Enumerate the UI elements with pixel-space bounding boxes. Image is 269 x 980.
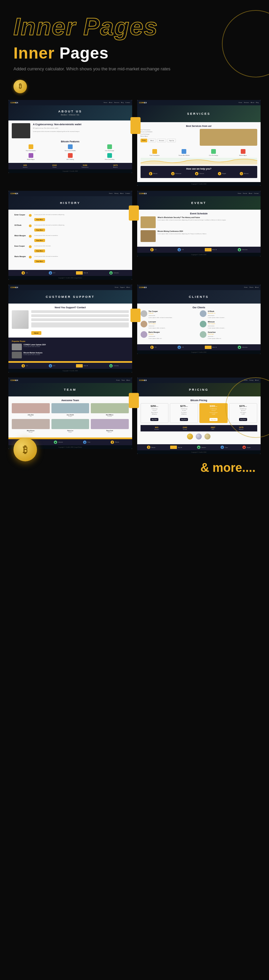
services-btn-3[interactable]: Services <box>157 138 166 142</box>
services-icons-row: Fast Transaction Secure And Wallet Coin … <box>141 149 258 156</box>
event-footer-icons: ₿ 1.5 ◎ 2.3 Best ★ ◆ Litecoins <box>137 247 261 253</box>
about-feature-4: Market Apps <box>12 153 50 160</box>
event-copyright: Copyright © CoinEx 2020 <box>137 253 261 256</box>
about-feature-icon-1 <box>28 145 33 149</box>
team-member-4: Alice Brown Manager <box>12 419 50 433</box>
support-input-4[interactable] <box>31 322 129 328</box>
services-buttons: Home About Services Sign Up <box>141 138 198 142</box>
support-form: Submit <box>31 310 129 335</box>
about-feature-5: 24/7 Trading <box>51 153 89 160</box>
about-brand: COINEX <box>10 102 18 103</box>
support-input-3[interactable] <box>31 318 129 321</box>
services-icon-2: Secure And Wallet <box>170 149 198 156</box>
yellow-accent-team-right <box>129 393 139 408</box>
support-mockup: COINEX Home Support About CUSTOMER SUPPO… <box>8 285 132 372</box>
support-brand: COINEX <box>10 286 18 288</box>
timeline-item-2: UX Book Lorem ipsum dolor sit amet conse… <box>14 224 126 232</box>
team-member-3: Bob Wilson Developer <box>91 403 129 417</box>
event-mockup: COINEX Home Events About Contact EVENT <box>137 191 261 256</box>
services-btn-2[interactable]: About <box>148 138 156 142</box>
more-text: & more.... <box>0 454 269 488</box>
history-card-wrapper: COINEX Home History About Contact HISTOR… <box>8 191 132 280</box>
clients-brand: COINEX <box>139 286 147 288</box>
coin-3 <box>204 433 210 439</box>
services-icon-1: Fast Transaction <box>141 149 169 156</box>
about-stats: 605Investor 2192Clients 3189Transaction … <box>8 163 132 169</box>
about-hero-title: ABOUT US Home / About Us <box>58 110 82 116</box>
price-btn-3[interactable]: Buy Now <box>209 418 218 421</box>
about-features-grid: Fast Transaction Secure and Stable Coin … <box>12 145 129 151</box>
support-btn[interactable]: Submit <box>31 331 41 335</box>
client-1: The Couper UI Book ★★★★★Lorem ipsum dolo… <box>141 310 198 319</box>
team-hero-title: TEAM <box>64 388 77 391</box>
coin-icon-top: ₿ <box>13 80 27 93</box>
services-help-icon-1: ₿ Bitcoin <box>149 172 157 175</box>
support-input-1[interactable] <box>31 310 129 313</box>
clients-nav: Home Clients About <box>244 286 259 288</box>
coin-2 <box>196 433 202 439</box>
top-coin-icon: ₿ <box>0 78 269 97</box>
price-card-3: $300/mo 25 GB Storage50 UsersPremium Sup… <box>199 403 228 423</box>
services-help-icon-2: ◎ Ethereum <box>171 172 181 175</box>
clients-content: Our Clients The Couper UI Book ★★★★★Lore… <box>137 304 261 344</box>
blog-content-1: COINEX Latest Update 2024 Lorem ipsum do… <box>24 344 46 350</box>
support-input-2[interactable] <box>31 314 129 317</box>
row-3: COINEX Home Support About CUSTOMER SUPPO… <box>0 285 269 372</box>
row-1: COINEX Home About Services Blog Contact … <box>0 100 269 186</box>
event-topbar: COINEX Home Events About Contact <box>137 191 261 196</box>
yellow-accent-clients-left <box>130 309 141 322</box>
price-btn-2[interactable]: Buy Now <box>180 418 188 421</box>
event-content: Event Schedule What Is Blockchain Securi… <box>137 210 261 247</box>
about-features-grid-2: Market Apps 24/7 Trading Free Consulting <box>12 153 129 160</box>
about-text-1: A Cryptocurrency: Non-deterministic wall… <box>33 127 81 129</box>
clients-grid: The Couper UI Book ★★★★★Lorem ipsum dolo… <box>141 310 258 340</box>
support-content: Need You Support? Contact Submit <box>8 304 132 337</box>
services-content: Best Services from us! Fast TransactionS… <box>137 122 261 182</box>
event-content-1: What Is Blockchain Security? The History… <box>158 216 258 221</box>
about-feature-2: Secure and Stable <box>51 145 89 151</box>
about-feature-icon-3 <box>107 145 112 149</box>
support-img <box>12 310 28 329</box>
event-section-h: Event Schedule <box>141 212 258 215</box>
event-nav: Home Events About Contact <box>238 192 259 194</box>
history-timeline: Enter Couper Lorem ipsum dolor sit amet … <box>12 212 129 267</box>
about-nav: Home About Services Blog Contact <box>104 102 130 103</box>
pricing-footer-icons: ₿ Bitcoin Best ★ ◆ Litecoin ◎ Coin <box>137 444 261 450</box>
blog-content-2: Bitcoin Market Analysis Lorem ipsum dolo… <box>24 352 43 358</box>
clients-copyright: Copyright © CoinEx 2020 <box>137 350 261 354</box>
team-brand: COINEX <box>10 379 18 381</box>
team-nav: Home Team About <box>116 379 130 381</box>
services-nav: Home Services About Blog <box>239 102 259 103</box>
blog-img-1 <box>12 344 22 350</box>
client-6: Karachun Developer ★★★★☆Lorem ipsum dolo… <box>200 331 257 340</box>
timeline-item-4: Evan Couper Lorem ipsum dolor sit amet. … <box>14 245 126 253</box>
services-btn-1[interactable]: Home <box>141 138 148 142</box>
team-grid-1: John Doe CEO Jane Smith Designer Bob Wil… <box>12 403 129 417</box>
services-brand: COINEX <box>139 102 147 103</box>
support-card-wrapper: COINEX Home Support About CUSTOMER SUPPO… <box>8 285 132 372</box>
services-btn-4[interactable]: Sign Up <box>167 138 176 142</box>
about-feature-6: Free Consulting <box>90 153 128 160</box>
services-grid: Fast TransactionSecure and ReliableCoin … <box>141 129 258 147</box>
services-help-icon-4: ✦ Ripple <box>218 172 226 175</box>
about-topbar: COINEX Home About Services Blog Contact <box>8 100 132 105</box>
row-2: COINEX Home History About Contact HISTOR… <box>0 191 269 280</box>
price-btn-1[interactable]: Buy Now <box>150 418 158 421</box>
main-subtitle: Added currency calculator. Which shows y… <box>13 66 256 72</box>
price-card-2: $275/mo 10 GB Storage25 UsersPro Support… <box>170 403 198 423</box>
history-hero: HISTORY <box>8 196 132 210</box>
event-item-1: What Is Blockchain Security? The History… <box>141 216 258 228</box>
support-nav: Home Support About <box>115 286 130 288</box>
support-blog-item-1: COINEX Latest Update 2024 Lorem ipsum do… <box>12 344 129 350</box>
clients-topbar: COINEX Home Clients About <box>137 285 261 290</box>
services-help-icons: ₿ Bitcoin ◎ Ethereum ◆ Litecoin <box>142 171 256 177</box>
about-img <box>12 123 30 138</box>
main-title-outline: Inner Pages <box>13 13 256 40</box>
about-hero: ABOUT US Home / About Us <box>8 105 132 121</box>
main-title: Inner Pages <box>13 43 256 63</box>
team-member-5: Chris Lee Analyst <box>51 419 89 433</box>
yellow-accent-services-left <box>130 117 141 134</box>
about-text-col: A Cryptocurrency: Non-deterministic wall… <box>33 123 81 138</box>
about-bitcoin-features-h: Bitcoin Features <box>12 140 129 143</box>
clients-section-h: Our Clients <box>141 306 258 309</box>
